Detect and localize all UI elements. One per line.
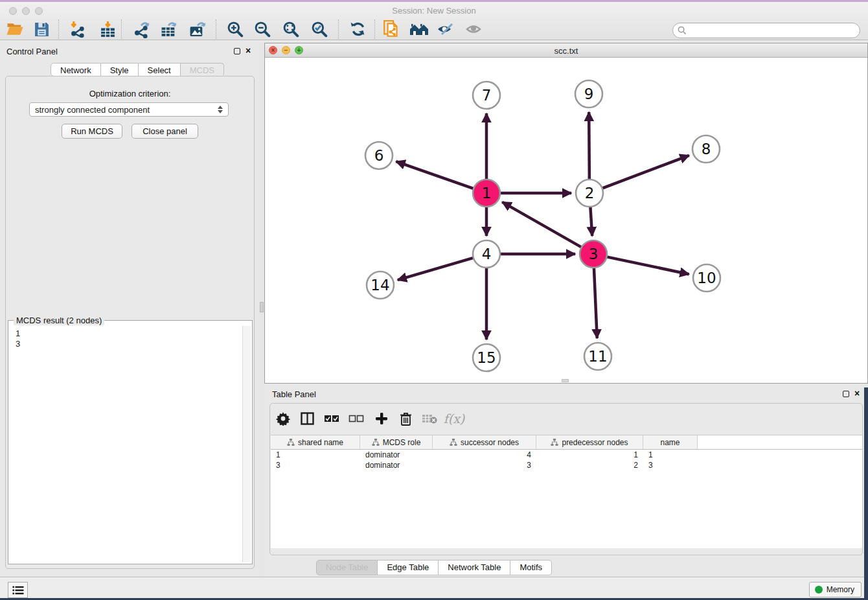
export-network-button[interactable] <box>129 17 155 41</box>
clone-network-button[interactable] <box>379 17 405 41</box>
table-row[interactable]: 3dominator323 <box>271 460 862 470</box>
table-panel-title: Table Panel <box>272 389 316 399</box>
task-history-button[interactable] <box>8 582 28 598</box>
graph-edge-3-10[interactable] <box>607 257 689 274</box>
delete-column-button[interactable] <box>394 408 417 430</box>
node-table[interactable]: shared nameMCDS rolesuccessor nodesprede… <box>271 435 862 548</box>
float-panel-icon[interactable] <box>234 48 240 54</box>
checked-boxes-icon <box>324 415 339 422</box>
graph-edge-4-14[interactable] <box>398 258 474 280</box>
zoom-selected-button[interactable] <box>306 17 332 41</box>
run-mcds-button[interactable]: Run MCDS <box>62 124 122 139</box>
import-network-icon <box>68 21 86 38</box>
table-cell[interactable]: dominator <box>360 450 433 460</box>
add-column-button[interactable] <box>370 408 393 430</box>
table-cell[interactable]: 1 <box>643 450 698 460</box>
graph-edge-1-6[interactable] <box>396 161 474 189</box>
table-settings-button[interactable] <box>271 408 295 430</box>
network-window-titlebar[interactable]: × − + scc.txt <box>265 43 867 58</box>
tab-motifs[interactable]: Motifs <box>510 560 552 575</box>
table-row[interactable]: 1dominator411 <box>271 450 862 460</box>
graph-node-label-14: 14 <box>371 277 389 294</box>
zoom-in-icon <box>227 21 244 38</box>
function-builder-button[interactable]: f(x) <box>442 408 466 430</box>
hierarchy-icon <box>551 439 558 446</box>
table-cell[interactable]: 4 <box>433 450 536 460</box>
close-panel-icon[interactable]: × <box>246 47 251 54</box>
column-header-MCDS-role[interactable]: MCDS role <box>360 435 433 449</box>
toolbar-separator <box>121 19 122 39</box>
zoom-fit-icon <box>282 21 299 38</box>
mcds-result-title: MCDS result (2 nodes) <box>14 316 104 325</box>
close-panel-button[interactable]: Close panel <box>131 124 198 139</box>
dropdown-value: strongly connected component <box>35 105 150 115</box>
search-box[interactable] <box>672 23 860 38</box>
close-table-panel-icon[interactable]: × <box>854 390 860 397</box>
result-line: 1 <box>16 329 242 339</box>
tab-network-table[interactable]: Network Table <box>439 560 510 575</box>
graph-edge-2-3[interactable] <box>590 207 592 236</box>
tab-style[interactable]: Style <box>101 63 139 76</box>
table-cell[interactable]: dominator <box>360 460 433 470</box>
table-cell[interactable]: 3 <box>271 460 360 470</box>
hide-details-button[interactable] <box>461 17 487 41</box>
delete-table-button[interactable] <box>418 408 441 430</box>
optimization-criterion-dropdown[interactable]: strongly connected component <box>29 102 229 117</box>
graph-node-label-6: 6 <box>374 147 384 164</box>
app-titlebar: Session: New Session <box>0 2 868 40</box>
graph-node-label-15: 15 <box>477 349 496 366</box>
tab-node-table[interactable]: Node Table <box>316 560 378 575</box>
column-header-successor-nodes[interactable]: successor nodes <box>433 435 536 449</box>
refresh-button[interactable] <box>345 17 371 41</box>
memory-button[interactable]: Memory <box>809 582 862 597</box>
table-cell[interactable]: 1 <box>536 450 643 460</box>
open-session-button[interactable] <box>2 17 28 41</box>
tab-select[interactable]: Select <box>139 63 181 76</box>
tab-edge-table[interactable]: Edge Table <box>378 560 439 575</box>
tab-mcds[interactable]: MCDS <box>181 63 224 76</box>
zoom-out-button[interactable] <box>249 17 275 41</box>
table-cell[interactable]: 3 <box>643 460 698 470</box>
network-canvas[interactable]: 7961284310141511 <box>265 58 867 383</box>
export-table-icon <box>160 21 178 38</box>
memory-status-icon <box>815 586 823 594</box>
columns-icon <box>301 412 314 425</box>
graph-edge-2-9[interactable] <box>589 112 589 179</box>
column-header-shared-name[interactable]: shared name <box>271 435 360 449</box>
export-table-button[interactable] <box>156 17 182 41</box>
show-columns-button[interactable] <box>295 408 319 430</box>
tab-network[interactable]: Network <box>51 63 101 76</box>
search-input[interactable] <box>689 25 860 36</box>
splitter-grip[interactable] <box>260 302 264 312</box>
save-session-button[interactable] <box>29 17 54 41</box>
list-icon <box>12 586 24 595</box>
search-icon <box>678 26 687 35</box>
desktop-background <box>864 387 868 600</box>
unselect-all-columns-button[interactable] <box>345 408 368 430</box>
export-image-button[interactable] <box>185 17 211 41</box>
toggle-graphics-details-button[interactable] <box>433 17 459 41</box>
fx-icon: f(x) <box>444 411 465 426</box>
graph-edge-2-8[interactable] <box>602 156 689 189</box>
canvas-grip[interactable] <box>562 379 569 382</box>
table-cell[interactable]: 1 <box>271 450 360 460</box>
table-cell[interactable]: 3 <box>433 460 536 470</box>
graph-edge-3-1[interactable] <box>502 202 581 248</box>
dropdown-arrows-icon <box>218 106 223 113</box>
zoom-in-button[interactable] <box>222 17 248 41</box>
network-graph[interactable]: 7961284310141511 <box>265 58 867 383</box>
import-table-button[interactable] <box>95 17 120 41</box>
zoom-fit-button[interactable] <box>278 17 304 41</box>
float-table-panel-icon[interactable] <box>843 391 849 397</box>
result-scrollbar[interactable] <box>242 326 251 562</box>
import-network-button[interactable] <box>64 17 90 41</box>
column-header-name[interactable]: name <box>643 435 698 449</box>
column-header-predecessor-nodes[interactable]: predecessor nodes <box>536 435 643 449</box>
vertical-splitter[interactable] <box>259 43 264 577</box>
control-panel-title: Control Panel <box>6 47 58 56</box>
graph-edge-3-11[interactable] <box>594 268 597 338</box>
home-button[interactable] <box>406 17 432 41</box>
table-cell[interactable]: 2 <box>536 460 643 470</box>
select-all-columns-button[interactable] <box>320 408 343 430</box>
mcds-result-text[interactable]: 13 <box>10 326 242 562</box>
